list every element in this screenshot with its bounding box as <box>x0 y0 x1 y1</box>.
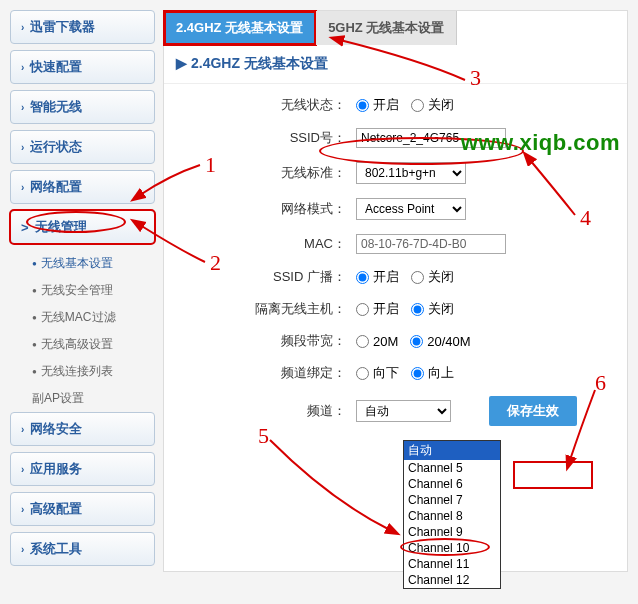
dropdown-option-auto[interactable]: 自动 <box>404 441 500 460</box>
radio-input[interactable] <box>356 303 369 316</box>
form-body: 无线状态： 开启 关闭 SSID号： 无线标准： 802.11b+g+n 网络模… <box>164 84 627 452</box>
label-standard: 无线标准： <box>176 164 356 182</box>
dropdown-option[interactable]: Channel 10 <box>404 540 500 556</box>
bullet-icon: ● <box>32 286 37 295</box>
sidebar-item-quickconfig[interactable]: ›快速配置 <box>10 50 155 84</box>
save-label: 保存生效 <box>507 403 559 418</box>
sidebar-item-appservice[interactable]: ›应用服务 <box>10 452 155 486</box>
sidebar-label: 快速配置 <box>30 58 82 76</box>
radio-wireless-off[interactable]: 关闭 <box>411 96 454 114</box>
tab-24ghz[interactable]: 2.4GHZ 无线基本设置 <box>164 11 316 45</box>
radio-chbind-down[interactable]: 向下 <box>356 364 399 382</box>
sidebar-label: 应用服务 <box>30 460 82 478</box>
sidebar-sub-advanced[interactable]: ●无线高级设置 <box>10 331 155 358</box>
label-channelbind: 频道绑定： <box>176 364 356 382</box>
label-ssid: SSID号： <box>176 129 356 147</box>
label-channel: 频道： <box>176 402 356 420</box>
sidebar-sub-label: 无线连接列表 <box>41 363 113 380</box>
chevron-right-icon: › <box>21 464 24 475</box>
bullet-icon: ● <box>32 367 37 376</box>
radio-input[interactable] <box>356 367 369 380</box>
sidebar-item-wireless[interactable]: >无线管理 <box>10 210 155 244</box>
dropdown-option[interactable]: Channel 5 <box>404 460 500 476</box>
label-mode: 网络模式： <box>176 200 356 218</box>
dropdown-option[interactable]: Channel 7 <box>404 492 500 508</box>
bullet-icon: ● <box>32 259 37 268</box>
dropdown-option200[interactable]: Channel 8 <box>404 508 500 524</box>
sidebar-sub-connlist[interactable]: ●无线连接列表 <box>10 358 155 385</box>
sidebar-item-system[interactable]: ›系统工具 <box>10 532 155 566</box>
sidebar-item-network[interactable]: ›网络配置 <box>10 170 155 204</box>
sidebar-item-security[interactable]: ›网络安全 <box>10 412 155 446</box>
channel-select[interactable]: 自动 <box>356 400 451 422</box>
radio-isolation-off[interactable]: 关闭 <box>411 300 454 318</box>
radio-broadcast-on[interactable]: 开启 <box>356 268 399 286</box>
radio-broadcast-off[interactable]: 关闭 <box>411 268 454 286</box>
tab-label: 2.4GHZ 无线基本设置 <box>176 20 303 35</box>
label-ssid-broadcast: SSID 广播： <box>176 268 356 286</box>
caret-right-icon: ▶ <box>176 55 187 71</box>
sidebar-label: 迅雷下载器 <box>30 18 95 36</box>
sidebar-sub-subap[interactable]: 副AP设置 <box>10 385 155 412</box>
sidebar-label: 网络配置 <box>30 178 82 196</box>
section-title-text: 2.4GHZ 无线基本设置 <box>191 55 328 71</box>
sidebar-label: 运行状态 <box>30 138 82 156</box>
radio-wireless-on[interactable]: 开启 <box>356 96 399 114</box>
sidebar-item-xunlei[interactable]: ›迅雷下载器 <box>10 10 155 44</box>
chevron-right-icon: › <box>21 142 24 153</box>
channel-dropdown[interactable]: 自动 Channel 5 Channel 6 Channel 7 Channel… <box>403 440 501 589</box>
chevron-right-icon: › <box>21 544 24 555</box>
radio-chbind-up[interactable]: 向上 <box>411 364 454 382</box>
radio-input[interactable] <box>410 335 423 348</box>
radio-input[interactable] <box>411 303 424 316</box>
bullet-icon: ● <box>32 313 37 322</box>
tab-5ghz[interactable]: 5GHZ 无线基本设置 <box>316 11 457 45</box>
radio-label: 开启 <box>373 268 399 286</box>
sidebar-label: 高级配置 <box>30 500 82 518</box>
chevron-right-icon: › <box>21 22 24 33</box>
chevron-right-icon: › <box>21 102 24 113</box>
radio-input[interactable] <box>411 271 424 284</box>
ssid-input[interactable] <box>356 128 506 148</box>
radio-input[interactable] <box>356 99 369 112</box>
radio-bw-2040[interactable]: 20/40M <box>410 334 470 349</box>
mode-select[interactable]: Access Point <box>356 198 466 220</box>
sidebar-sub-basic[interactable]: ●无线基本设置 <box>10 250 155 277</box>
sidebar-sub-label: 无线MAC过滤 <box>41 309 116 326</box>
radio-label: 20/40M <box>427 334 470 349</box>
sidebar-item-smartwireless[interactable]: ›智能无线 <box>10 90 155 124</box>
radio-label: 向上 <box>428 364 454 382</box>
sidebar-label: 系统工具 <box>30 540 82 558</box>
sidebar: ›迅雷下载器 ›快速配置 ›智能无线 ›运行状态 ›网络配置 >无线管理 ●无线… <box>10 10 155 572</box>
chevron-right-icon: › <box>21 424 24 435</box>
radio-label: 开启 <box>373 96 399 114</box>
dropdown-option[interactable]: Channel 9 <box>404 524 500 540</box>
radio-label: 向下 <box>373 364 399 382</box>
dropdown-option[interactable]: Channel 11 <box>404 556 500 572</box>
radio-label: 关闭 <box>428 96 454 114</box>
bullet-icon: ● <box>32 340 37 349</box>
save-button[interactable]: 保存生效 <box>489 396 577 426</box>
sidebar-sub-label: 无线安全管理 <box>41 282 113 299</box>
dropdown-option[interactable]: Channel 6 <box>404 476 500 492</box>
sidebar-label: 无线管理 <box>35 218 87 236</box>
sidebar-label: 网络安全 <box>30 420 82 438</box>
standard-select[interactable]: 802.11b+g+n <box>356 162 466 184</box>
sidebar-sub-macfilter[interactable]: ●无线MAC过滤 <box>10 304 155 331</box>
sidebar-sub-security[interactable]: ●无线安全管理 <box>10 277 155 304</box>
mac-input <box>356 234 506 254</box>
sidebar-item-status[interactable]: ›运行状态 <box>10 130 155 164</box>
active-prefix: > <box>21 220 29 235</box>
sidebar-item-advconfig[interactable]: ›高级配置 <box>10 492 155 526</box>
label-wireless-status: 无线状态： <box>176 96 356 114</box>
radio-input[interactable] <box>411 99 424 112</box>
section-title: ▶2.4GHZ 无线基本设置 <box>164 45 627 84</box>
radio-input[interactable] <box>356 335 369 348</box>
radio-label: 关闭 <box>428 300 454 318</box>
tab-label: 5GHZ 无线基本设置 <box>328 20 444 35</box>
radio-isolation-on[interactable]: 开启 <box>356 300 399 318</box>
dropdown-option[interactable]: Channel 12 <box>404 572 500 588</box>
radio-input[interactable] <box>411 367 424 380</box>
radio-bw-20[interactable]: 20M <box>356 334 398 349</box>
radio-input[interactable] <box>356 271 369 284</box>
